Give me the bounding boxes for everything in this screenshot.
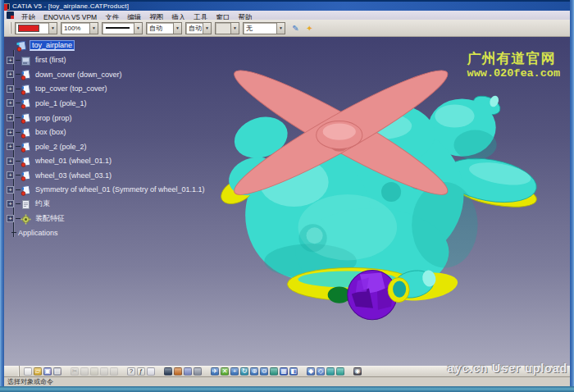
painter-wizard-icon[interactable]: ✦	[303, 22, 316, 34]
window-list-icon[interactable]	[194, 367, 202, 376]
tree-row-pole_1[interactable]: +pole_1 (pole_1)	[7, 96, 253, 111]
swap-visible-space-icon[interactable]	[336, 367, 344, 376]
knowledge-fx-icon[interactable]: ƒ	[137, 367, 145, 376]
painter-icon[interactable]: ✎	[289, 22, 302, 34]
catalog-icon[interactable]	[164, 367, 172, 376]
watermark-line2: www.020fea.com	[467, 67, 560, 81]
tree-label[interactable]: Applications	[16, 229, 60, 237]
tree-row-applications[interactable]: Applications	[7, 226, 253, 240]
tree-row-first[interactable]: +first (first)	[7, 53, 253, 68]
tree-row-box[interactable]: +box (box)	[7, 125, 253, 139]
tree-row-wheel_01[interactable]: +wheel_01 (wheel_01.1)	[7, 153, 253, 168]
tree-label[interactable]: down_cover (down_cover)	[34, 71, 124, 79]
tree-label[interactable]: 约束	[34, 198, 52, 209]
expand-plus-icon[interactable]: +	[7, 71, 14, 78]
normal-view-icon[interactable]	[270, 367, 278, 376]
weight-combo[interactable]: 自动 ▼	[185, 22, 212, 34]
expand-plus-icon[interactable]: +	[7, 215, 14, 222]
cut-icon: ✂	[71, 367, 79, 376]
assembly-feature-icon	[20, 213, 31, 224]
viewport-3d[interactable]: toy_airplane+first (first)+down_cover (d…	[4, 37, 570, 366]
tree-label[interactable]: wheel_03 (wheel_03.1)	[34, 171, 113, 180]
weight-value: 自动	[186, 24, 202, 33]
tree-row-装配特征[interactable]: +装配特征	[7, 212, 253, 226]
tree-label[interactable]: pole_1 (pole_1)	[34, 99, 89, 107]
expand-plus-icon[interactable]: +	[7, 143, 14, 150]
tree-label[interactable]: 装配特征	[34, 213, 66, 224]
toolbar-group-1: ✂	[70, 367, 119, 376]
fly-mode-icon[interactable]: ✈	[211, 367, 219, 376]
chevron-down-icon[interactable]: ▼	[48, 23, 57, 34]
linetype-combo[interactable]: 自动 ▼	[146, 22, 182, 34]
toolbar-grip[interactable]	[10, 22, 12, 34]
publications-icon[interactable]	[184, 367, 192, 376]
chevron-down-icon[interactable]: ▼	[203, 23, 211, 34]
product-structure-icon[interactable]	[174, 367, 182, 376]
line-style-combo[interactable]: ▼	[102, 22, 143, 34]
shading-edges-icon[interactable]: ◇	[317, 367, 325, 376]
catia-app-icon	[3, 3, 10, 10]
zoom-out-icon[interactable]: ⊖	[260, 367, 268, 376]
tree-label[interactable]: box (box)	[34, 128, 68, 136]
color-combo[interactable]: ▼	[15, 22, 57, 34]
expand-plus-icon[interactable]: +	[7, 157, 14, 165]
part-icon	[20, 156, 31, 166]
message-bubble-icon[interactable]	[147, 367, 155, 376]
opacity-combo[interactable]: 100% ▼	[61, 22, 98, 34]
part-icon	[20, 84, 31, 94]
tree-label[interactable]: pole_2 (pole_2)	[34, 143, 89, 151]
expand-plus-icon[interactable]: +	[7, 200, 14, 207]
specification-tree: toy_airplane+first (first)+down_cover (d…	[7, 39, 253, 240]
chevron-down-icon[interactable]: ▼	[134, 23, 142, 34]
expand-plus-icon[interactable]: +	[7, 186, 14, 194]
tree-label[interactable]: top_cover (top_cover)	[34, 84, 109, 93]
iso-view-icon[interactable]: ◧	[289, 367, 298, 376]
tree-row-prop[interactable]: +prop (prop)	[7, 111, 253, 125]
toolbar-group-5: ◆◇	[306, 367, 345, 376]
part-icon	[20, 185, 31, 195]
watermark-line1: 广州有道官网	[467, 50, 560, 67]
tree-row-pole_2[interactable]: +pole_2 (pole_2)	[7, 139, 253, 154]
render-combo[interactable]: 无 ▼	[243, 22, 285, 34]
expand-plus-icon[interactable]: +	[7, 129, 14, 136]
print-icon[interactable]: ▤	[53, 367, 61, 376]
tree-label[interactable]: toy_airplane	[30, 40, 75, 51]
tree-row-toy_airplane[interactable]: toy_airplane	[7, 39, 253, 53]
tree-label[interactable]: first (first)	[34, 56, 68, 64]
camera-icon[interactable]: ◉	[353, 367, 362, 376]
pan-icon[interactable]: +	[230, 367, 239, 376]
expand-plus-icon[interactable]: +	[7, 85, 14, 93]
tree-label[interactable]: Symmetry of wheel_01 (Symmetry of wheel_…	[34, 185, 207, 194]
hide-show-icon[interactable]	[326, 367, 335, 376]
rotate-icon[interactable]: ↻	[240, 367, 248, 376]
whats-this-icon[interactable]: ?	[127, 367, 135, 376]
new-document-icon[interactable]	[24, 367, 32, 376]
tree-row-down_cover[interactable]: +down_cover (down_cover)	[7, 67, 253, 82]
window-frame-bottom	[0, 386, 574, 392]
chevron-down-icon[interactable]: ▼	[276, 23, 285, 34]
fit-all-in-icon[interactable]: ✕	[221, 367, 229, 376]
toolbar-grip[interactable]	[18, 366, 20, 377]
expand-plus-icon[interactable]: +	[7, 57, 14, 64]
tree-row-wheel_03[interactable]: +wheel_03 (wheel_03.1)	[7, 168, 253, 183]
open-folder-icon[interactable]: ▱	[34, 367, 42, 376]
shading-icon[interactable]: ◆	[307, 367, 315, 376]
tree-label[interactable]: prop (prop)	[34, 114, 74, 122]
tree-row-约束[interactable]: +约束	[7, 197, 253, 212]
save-icon[interactable]: ▣	[43, 367, 52, 376]
tree-row-symmetry[interactable]: +Symmetry of wheel_01 (Symmetry of wheel…	[7, 182, 253, 197]
multi-view-icon[interactable]: ▦	[280, 367, 288, 376]
expand-plus-icon[interactable]: +	[7, 171, 14, 179]
zoom-in-icon[interactable]: ⊕	[250, 367, 258, 376]
expand-plus-icon[interactable]: +	[7, 114, 14, 121]
copy-icon	[80, 367, 89, 376]
toolbar-group-6: ◉	[353, 367, 362, 376]
chevron-down-icon[interactable]: ▼	[173, 23, 181, 34]
tree-label[interactable]: wheel_01 (wheel_01.1)	[34, 157, 113, 165]
toy-airplane-3d-model[interactable]	[216, 48, 545, 340]
tree-row-top_cover[interactable]: +top_cover (top_cover)	[7, 82, 253, 97]
expand-plus-icon[interactable]: +	[7, 99, 14, 107]
toolbar-group-0: ▱▣▤	[23, 367, 62, 376]
chevron-down-icon[interactable]: ▼	[89, 23, 98, 34]
toolbar-group-3	[163, 367, 203, 376]
